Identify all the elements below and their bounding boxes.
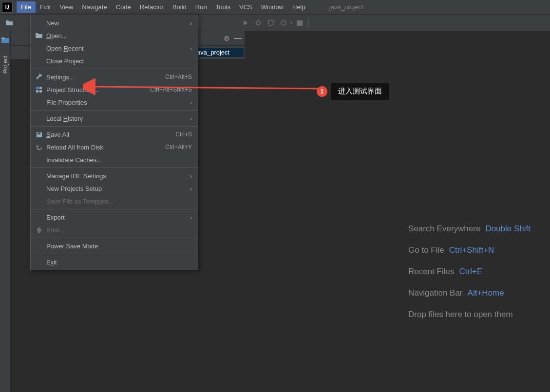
- project-tool-window-tab[interactable]: Project: [1, 54, 10, 75]
- submenu-arrow-icon: ›: [190, 115, 192, 122]
- folder-open-icon: [35, 33, 43, 38]
- coverage-icon[interactable]: [265, 17, 277, 29]
- menu-save-all-shortcut: Ctrl+S: [175, 131, 192, 138]
- menu-code[interactable]: Code: [112, 1, 135, 13]
- hint-key: Ctrl+E: [459, 267, 483, 277]
- editor-welcome-area: [245, 31, 550, 392]
- menu-refactor[interactable]: Refactor: [135, 1, 168, 13]
- menu-reload-label: Reload All from Disk: [46, 144, 165, 151]
- menu-settings-shortcut: Ctrl+Alt+S: [165, 74, 192, 80]
- menu-settings[interactable]: Settings... Ctrl+Alt+S: [31, 71, 198, 83]
- svg-rect-10: [39, 90, 42, 93]
- minimize-icon[interactable]: —: [234, 34, 242, 43]
- menu-new-projects-setup[interactable]: New Projects Setup ›: [31, 182, 198, 195]
- menu-view[interactable]: View: [55, 1, 77, 13]
- menubar: IJ File Edit View Navigate Code Refactor…: [0, 0, 550, 15]
- menu-open-recent[interactable]: Open Recent ›: [31, 42, 198, 55]
- run-toolbar-group: ▾: [240, 17, 311, 29]
- menu-new[interactable]: New ›: [31, 17, 198, 29]
- menu-local-history[interactable]: Local History ›: [31, 112, 198, 125]
- menu-save-all[interactable]: Save All Ctrl+S: [31, 128, 198, 141]
- menu-file-properties[interactable]: File Properties ›: [31, 96, 198, 109]
- file-dropdown-menu: New › Open... Open Recent › Close Projec…: [30, 15, 198, 270]
- menu-file[interactable]: File: [17, 1, 36, 13]
- submenu-arrow-icon: ›: [190, 172, 192, 180]
- hint-search-everywhere: Search Everywhere Double Shift: [408, 224, 531, 234]
- save-icon: [35, 131, 43, 138]
- hint-key: Double Shift: [485, 224, 531, 234]
- menu-file-properties-label: File Properties: [46, 99, 190, 106]
- open-folder-icon[interactable]: [3, 17, 16, 29]
- project-structure-icon: [35, 86, 43, 93]
- menu-separator: [31, 209, 198, 209]
- profile-dropdown-caret[interactable]: ▾: [290, 20, 293, 25]
- run-icon[interactable]: [240, 17, 251, 29]
- svg-rect-7: [36, 87, 38, 89]
- menu-reload-shortcut: Ctrl+Alt+Y: [165, 144, 192, 150]
- menu-run[interactable]: Run: [191, 1, 211, 13]
- submenu-arrow-icon: ›: [190, 45, 192, 52]
- menu-export[interactable]: Export ›: [31, 211, 198, 224]
- tree-root-row[interactable]: ava_project: [195, 48, 244, 57]
- menu-invalidate-caches-label: Invalidate Caches...: [46, 156, 192, 164]
- hint-label: Recent Files: [408, 267, 454, 277]
- menu-vcs[interactable]: VCS: [235, 1, 257, 13]
- callout-number-badge: 1: [317, 86, 327, 97]
- menu-save-as-template: Save File as Template...: [31, 195, 198, 207]
- menu-print: Print...: [31, 224, 198, 236]
- hint-label: Navigation Bar: [408, 288, 463, 298]
- hint-recent-files: Recent Files Ctrl+E: [408, 267, 531, 277]
- menu-separator: [31, 254, 198, 254]
- menu-reload-from-disk[interactable]: Reload All from Disk Ctrl+Alt+Y: [31, 141, 198, 153]
- svg-rect-12: [38, 227, 40, 229]
- menu-project-structure-shortcut: Ctrl+Alt+Shift+S: [150, 86, 192, 93]
- menu-navigate[interactable]: Navigate: [77, 1, 111, 13]
- submenu-arrow-icon: ›: [190, 19, 192, 27]
- gear-icon[interactable]: ⚙: [224, 35, 230, 42]
- menu-separator: [31, 238, 198, 238]
- submenu-arrow-icon: ›: [190, 185, 192, 192]
- gutter-folder-icon[interactable]: [0, 35, 12, 45]
- menu-manage-ide-settings[interactable]: Manage IDE Settings ›: [31, 169, 198, 182]
- menu-separator: [31, 69, 198, 69]
- toolbar-separator: [308, 18, 309, 28]
- menu-close-project-label: Close Project: [46, 57, 192, 65]
- print-icon: [35, 227, 43, 233]
- menu-power-save[interactable]: Power Save Mode: [31, 240, 198, 252]
- hint-navigation-bar: Navigation Bar Alt+Home: [408, 288, 531, 298]
- menu-open-recent-label: Open Recent: [46, 45, 190, 52]
- menu-open-label: Open...: [46, 32, 192, 39]
- menu-tools[interactable]: Tools: [211, 1, 235, 13]
- menu-separator: [31, 168, 198, 168]
- hint-label: Go to File: [408, 245, 444, 255]
- menu-invalidate-caches[interactable]: Invalidate Caches...: [31, 153, 198, 166]
- menu-close-project[interactable]: Close Project: [31, 55, 198, 67]
- hint-label: Search Everywhere: [408, 224, 480, 234]
- menu-new-label: New: [46, 19, 190, 27]
- menu-project-structure[interactable]: Project Structure... Ctrl+Alt+Shift+S: [31, 83, 198, 96]
- tree-root-label: ava_project: [197, 49, 229, 56]
- menu-open[interactable]: Open...: [31, 29, 198, 42]
- menu-build[interactable]: Build: [168, 1, 191, 13]
- welcome-hints: Search Everywhere Double Shift Go to Fil…: [408, 224, 531, 319]
- submenu-arrow-icon: ›: [190, 99, 192, 106]
- left-gutter: Project: [0, 31, 11, 392]
- menu-print-label: Print...: [46, 226, 192, 234]
- menu-save-all-label: Save All: [46, 131, 175, 138]
- menu-save-as-template-label: Save File as Template...: [46, 198, 192, 205]
- menu-manage-ide-settings-label: Manage IDE Settings: [46, 172, 190, 180]
- profile-icon[interactable]: [278, 17, 289, 29]
- stop-icon[interactable]: [294, 17, 305, 29]
- menu-separator: [31, 126, 198, 127]
- menu-window[interactable]: Window: [257, 1, 288, 13]
- reload-icon: [35, 144, 43, 150]
- callout-text: 进入测试界面: [331, 83, 389, 100]
- debug-icon[interactable]: [252, 17, 264, 29]
- menu-help[interactable]: Help: [288, 1, 310, 13]
- hint-key: Ctrl+Shift+N: [449, 245, 494, 255]
- menu-export-label: Export: [46, 214, 190, 221]
- hint-label: Drop files here to open them: [408, 310, 513, 319]
- menu-project-structure-label: Project Structure...: [46, 86, 150, 93]
- menu-exit[interactable]: Exit: [31, 256, 198, 268]
- menu-edit[interactable]: Edit: [36, 1, 55, 13]
